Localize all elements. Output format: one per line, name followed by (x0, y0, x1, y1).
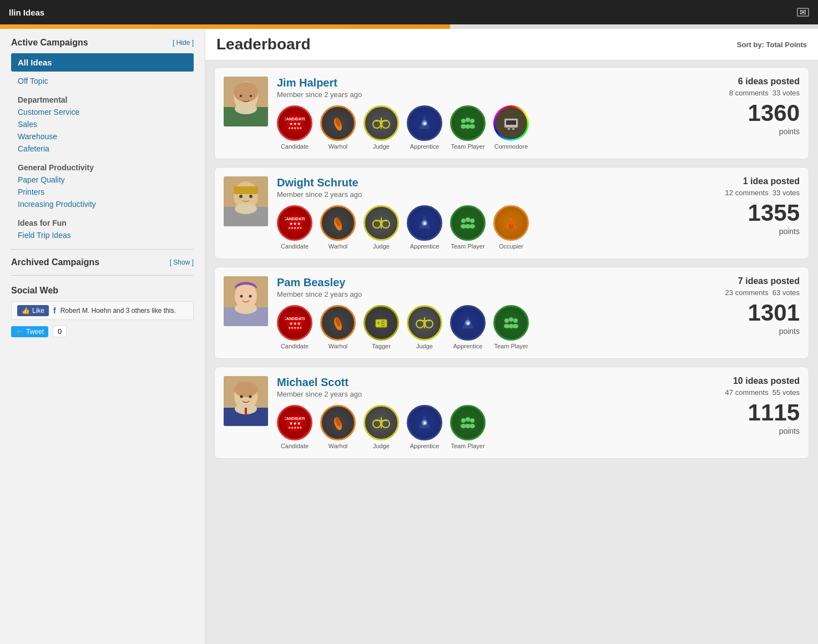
badge-item: Warhol (320, 405, 356, 449)
sidebar-item-printers[interactable]: Printers (11, 186, 194, 198)
comments-votes: 47 comments 55 votes (725, 388, 800, 397)
app-title: llin Ideas (9, 8, 44, 17)
user-main: Dwight Schrute Member since 2 years ago … (277, 176, 702, 250)
sidebar: Active Campaigns [ Hide ] All Ideas Off … (0, 29, 205, 644)
svg-text:★: ★ (422, 420, 427, 426)
badge-circle-apprentice: ★ (407, 105, 442, 141)
sidebar-item-customer-service[interactable]: Customer Service (11, 106, 194, 118)
points-label: points (779, 227, 800, 236)
badge-item: Team Player (493, 305, 529, 349)
user-name-link[interactable]: Jim Halpert (277, 77, 337, 89)
sidebar-item-warehouse[interactable]: Warehouse (11, 130, 194, 143)
svg-point-51 (466, 217, 470, 222)
svg-point-111 (466, 417, 470, 422)
badge-label: Tagger (372, 343, 391, 349)
user-name-link[interactable]: Michael Scott (277, 376, 349, 388)
user-name-link[interactable]: Dwight Schrute (277, 176, 358, 189)
sort-label: Sort by: Total Points (737, 40, 807, 49)
svg-point-2 (234, 82, 258, 102)
badge-circle-candidate: CANDIDATE ★★★ ★★★★★ (277, 105, 312, 141)
show-link[interactable]: [ Show ] (170, 258, 194, 266)
svg-point-84 (509, 317, 513, 322)
badge-circle-warhol (320, 105, 356, 141)
badge-item: Judge (363, 105, 399, 150)
svg-point-55 (469, 224, 475, 229)
user-card: Dwight Schrute Member since 2 years ago … (214, 167, 809, 259)
badge-label: Apprentice (453, 343, 483, 349)
social-title: Social Web (11, 286, 194, 296)
sidebar-item-field-trip[interactable]: Field Trip Ideas (11, 229, 194, 241)
sidebar-item-cafeteria[interactable]: Cafeteria (11, 143, 194, 155)
badge-item: CANDIDATE ★★★ ★★★★★ Candidate (277, 105, 312, 150)
badge-circle-team-player (493, 305, 529, 341)
svg-point-15 (373, 120, 381, 128)
badge-item: CANDIDATE ★★★ ★★★★★ Candidate (277, 305, 312, 349)
member-since: Member since 2 years ago (277, 390, 702, 398)
badge-circle-judge (363, 405, 399, 440)
badge-circle-candidate: CANDIDATE ★★★ ★★★★★ (277, 405, 312, 440)
badge-circle-team-player (450, 405, 486, 440)
badge-label: Judge (373, 243, 390, 250)
svg-rect-94 (245, 408, 247, 415)
facebook-like-button[interactable]: 👍 Like (17, 305, 49, 316)
svg-point-112 (470, 418, 474, 423)
svg-rect-58 (509, 224, 513, 229)
badge-item: ★ Apprentice (407, 205, 442, 250)
sidebar-group-label-departmental: Departmental (11, 94, 194, 106)
sidebar-item-off-topic[interactable]: Off Topic (11, 75, 194, 87)
svg-point-78 (416, 320, 424, 328)
user-stats: 7 ideas posted 23 comments 63 votes 1301… (711, 276, 800, 336)
points-label: points (779, 427, 800, 435)
email-icon[interactable]: ✉ (797, 8, 809, 17)
badges-row: CANDIDATE ★★★ ★★★★★ Candidate Warhol Jud… (277, 105, 702, 150)
user-name-link[interactable]: Pam Beasley (277, 276, 345, 288)
svg-text:★★★★★: ★★★★★ (288, 226, 302, 230)
comments-votes: 12 comments 33 votes (725, 189, 800, 197)
sidebar-item-sales[interactable]: Sales (11, 118, 194, 130)
svg-rect-29 (512, 128, 514, 130)
active-campaigns-header: Active Campaigns [ Hide ] (11, 38, 194, 48)
badges-row: CANDIDATE ★★★ ★★★★★ Candidate Warhol Tag… (277, 305, 702, 349)
user-stats: 1 idea posted 12 comments 33 votes 1355 … (711, 176, 800, 236)
svg-point-96 (249, 395, 252, 398)
sidebar-item-increasing-productivity[interactable]: Increasing Productivity (11, 198, 194, 210)
sidebar-group-general-productivity: General Productivity Paper Quality Print… (11, 161, 194, 210)
progress-fill (0, 24, 450, 29)
facebook-like-bar: 👍 Like f Robert M. Hoehn and 3 others li… (11, 301, 194, 320)
svg-point-6 (250, 95, 252, 97)
member-since: Member since 2 years ago (277, 190, 702, 199)
user-stats: 6 ideas posted 8 comments 33 votes 1360 … (711, 77, 800, 136)
points: 1301 (748, 301, 800, 324)
sidebar-group-ideas-for-fun: Ideas for Fun Field Trip Ideas (11, 217, 194, 241)
svg-point-115 (469, 424, 475, 428)
svg-text:★: ★ (466, 320, 471, 326)
cards-container: Jim Halpert Member since 2 years ago CAN… (205, 60, 818, 473)
user-main: Pam Beasley Member since 2 years ago CAN… (277, 276, 702, 349)
facebook-icon-logo: f (53, 306, 56, 315)
badge-circle-judge (363, 205, 399, 241)
svg-point-106 (382, 420, 390, 428)
svg-text:★★★: ★★★ (289, 321, 301, 326)
badge-item: Team Player (450, 205, 486, 250)
svg-point-16 (382, 120, 390, 128)
badge-item: Occupier (493, 205, 529, 250)
badge-circle-warhol (320, 205, 356, 241)
badge-item: ★ Apprentice (407, 105, 442, 150)
hide-link[interactable]: [ Hide ] (173, 39, 194, 47)
badge-circle-occupier (493, 205, 529, 241)
badge-item: Warhol (320, 205, 356, 250)
sidebar-item-paper-quality[interactable]: Paper Quality (11, 174, 194, 186)
tweet-button[interactable]: 🐦 Tweet (11, 326, 48, 337)
svg-point-64 (249, 295, 252, 298)
badge-label: Apprentice (410, 143, 440, 150)
badge-label: Warhol (329, 343, 347, 349)
badge-label: Warhol (329, 143, 347, 150)
svg-text:CANDIDATE: CANDIDATE (285, 317, 305, 321)
points: 1115 (748, 401, 800, 424)
badge-circle-judge (363, 105, 399, 141)
sidebar-item-all-ideas[interactable]: All Ideas (11, 53, 194, 72)
comments-votes: 8 comments 33 votes (729, 89, 800, 97)
sidebar-group-label-general: General Productivity (11, 161, 194, 174)
svg-point-20 (461, 119, 466, 123)
badge-label: Candidate (281, 243, 309, 250)
